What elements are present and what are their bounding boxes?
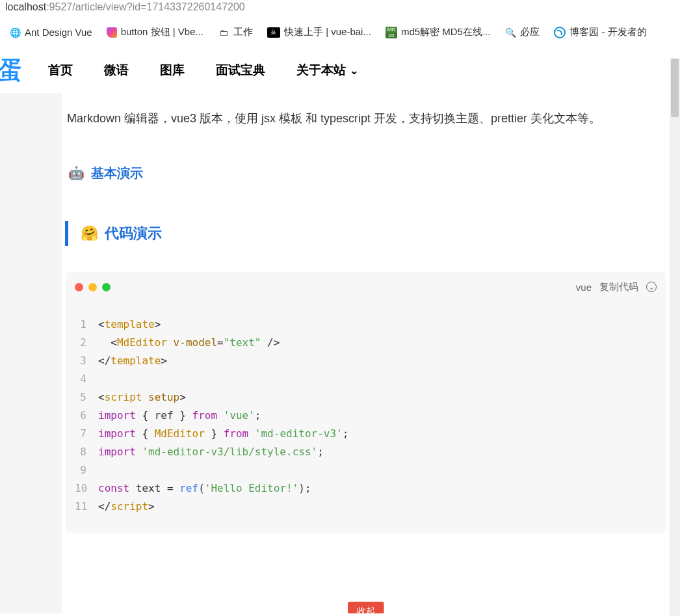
chevron-down-icon: ⌄ — [350, 64, 358, 77]
line-number: 7 — [75, 425, 98, 443]
section-basic-title: 基本演示 — [91, 165, 143, 182]
url-host: localhost — [5, 1, 46, 12]
url-port: :9527 — [46, 1, 72, 12]
line-content: </script> — [98, 498, 155, 516]
line-content: <MdEditor v-model="text" /> — [98, 334, 280, 352]
gradient-icon — [107, 27, 117, 38]
page-body: Markdown 编辑器，vue3 版本，使用 jsx 模板 和 typescr… — [0, 93, 680, 613]
line-content: <script setup> — [98, 388, 186, 407]
line-number: 9 — [75, 461, 98, 479]
cnblogs-icon — [554, 27, 566, 38]
code-line: 3</template> — [75, 352, 657, 370]
line-number: 10 — [75, 479, 98, 498]
scrollbar-thumb[interactable] — [671, 59, 679, 117]
line-number: 5 — [75, 388, 98, 407]
url-path: /article/view?id=17143372260147200 — [72, 1, 245, 12]
nav-label: 面试宝典 — [216, 62, 265, 79]
main-nav: 首页微语图库面试宝典关于本站 ⌄ — [48, 62, 358, 79]
line-number: 3 — [75, 352, 98, 370]
md5-icon: MD05 — [386, 27, 397, 38]
nav-label: 首页 — [48, 62, 73, 79]
yellow-dot-icon — [88, 283, 97, 291]
red-dot-icon — [75, 283, 83, 291]
line-content: <template> — [98, 315, 161, 334]
line-number: 4 — [75, 370, 98, 388]
code-actions: vue 复制代码 ⌄ — [576, 281, 657, 293]
article-card: Markdown 编辑器，vue3 版本，使用 jsx 模板 和 typescr… — [62, 93, 670, 613]
code-line: 6import { ref } from 'vue'; — [75, 407, 657, 425]
nav-item[interactable]: 面试宝典 — [216, 62, 265, 79]
bookmark-item[interactable]: ☠快速上手 | vue-bai... — [267, 26, 371, 38]
bookmark-label: 博客园 - 开发者的 — [569, 26, 646, 38]
traffic-lights — [75, 283, 111, 291]
code-line: 4 — [75, 370, 657, 388]
section-code-demo: 🤗 代码演示 — [65, 221, 670, 246]
line-number: 2 — [75, 334, 98, 352]
folder-icon: 🗀 — [218, 27, 229, 38]
robot-icon: 🤖 — [68, 165, 85, 181]
collapse-icon[interactable]: ⌄ — [646, 282, 657, 292]
line-content: const text = ref('Hello Editor!'); — [98, 479, 311, 498]
line-number: 1 — [75, 315, 98, 334]
code-line: 10const text = ref('Hello Editor!'); — [75, 479, 657, 498]
code-lines: 1<template>2 <MdEditor v-model="text" />… — [75, 315, 657, 516]
site-header: 蛋 首页微语图库面试宝典关于本站 ⌄ — [0, 47, 680, 93]
code-block: vue 复制代码 ⌄ 1<template>2 <MdEditor v-mode… — [66, 272, 666, 533]
bookmark-label: 必应 — [520, 26, 540, 38]
code-lang-label: vue — [576, 282, 592, 293]
green-dot-icon — [102, 283, 111, 291]
code-line: 9 — [75, 461, 657, 479]
hugging-face-icon: 🤗 — [80, 224, 98, 243]
bookmark-item[interactable]: button 按钮 | Vbe... — [107, 26, 203, 38]
bookmark-label: button 按钮 | Vbe... — [121, 26, 203, 38]
site-logo[interactable]: 蛋 — [0, 55, 48, 87]
nav-item[interactable]: 关于本站 ⌄ — [296, 62, 358, 79]
globe-icon: 🌐 — [9, 27, 21, 38]
bookmark-item[interactable]: 🌐Ant Design Vue — [9, 27, 92, 38]
nav-item[interactable]: 首页 — [48, 62, 73, 79]
collapse-button[interactable]: 收起 — [348, 602, 384, 613]
code-header: vue 复制代码 ⌄ — [75, 281, 657, 293]
address-bar[interactable]: localhost:9527/article/view?id=171433722… — [0, 0, 680, 14]
line-number: 8 — [75, 443, 98, 461]
article-intro: Markdown 编辑器，vue3 版本，使用 jsx 模板 和 typescr… — [62, 106, 670, 132]
bookmarks-bar: 🌐Ant Design Vuebutton 按钮 | Vbe...🗀工作☠快速上… — [0, 14, 680, 47]
line-content: </template> — [98, 352, 167, 370]
line-content: import { ref } from 'vue'; — [98, 407, 261, 425]
code-line: 5<script setup> — [75, 388, 657, 407]
bookmark-label: 工作 — [233, 26, 253, 38]
bookmark-item[interactable]: 🗀工作 — [218, 26, 253, 38]
nav-label: 图库 — [160, 62, 185, 79]
code-line: 7import { MdEditor } from 'md-editor-v3'… — [75, 425, 657, 443]
copy-code-button[interactable]: 复制代码 — [599, 281, 638, 293]
section-code-title: 代码演示 — [105, 224, 162, 243]
line-number: 11 — [75, 498, 98, 516]
section-basic-demo: 🤖 基本演示 — [62, 165, 670, 182]
nav-item[interactable]: 图库 — [160, 62, 185, 79]
line-number: 6 — [75, 407, 98, 425]
pirate-icon: ☠ — [267, 27, 280, 38]
nav-item[interactable]: 微语 — [104, 62, 129, 79]
bookmark-item[interactable]: 博客园 - 开发者的 — [554, 26, 646, 38]
bookmark-label: Ant Design Vue — [25, 27, 92, 38]
code-line: 11</script> — [75, 498, 657, 516]
bookmark-label: md5解密 MD5在线... — [401, 26, 491, 38]
scrollbar-track[interactable] — [670, 59, 680, 613]
code-line: 2 <MdEditor v-model="text" /> — [75, 334, 657, 352]
line-content: import { MdEditor } from 'md-editor-v3'; — [98, 425, 348, 443]
bookmark-item[interactable]: MD05md5解密 MD5在线... — [386, 26, 491, 38]
bookmark-item[interactable]: 🔍必应 — [504, 26, 540, 38]
nav-label: 关于本站 — [296, 62, 346, 79]
nav-label: 微语 — [104, 62, 129, 79]
code-line: 1<template> — [75, 315, 657, 334]
line-content: import 'md-editor-v3/lib/style.css'; — [98, 443, 324, 461]
search-icon: 🔍 — [504, 27, 516, 38]
bookmark-label: 快速上手 | vue-bai... — [284, 26, 371, 38]
code-line: 8import 'md-editor-v3/lib/style.css'; — [75, 443, 657, 461]
